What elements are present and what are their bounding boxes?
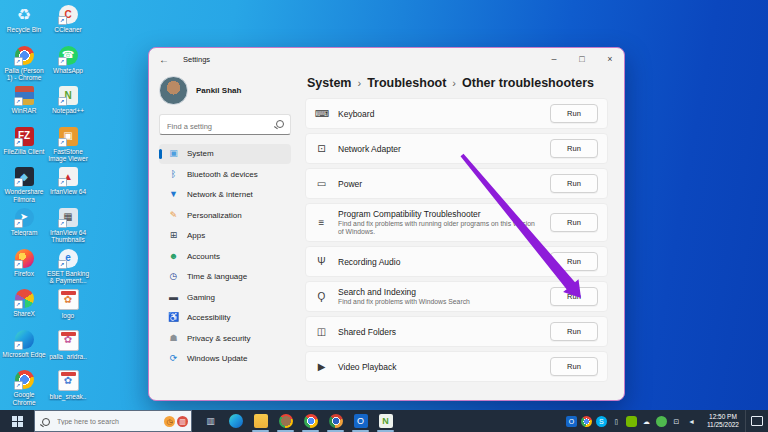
taskbar-outlook-button[interactable]: O [348,410,373,432]
breadcrumb-other-troubleshooters: Other troubleshooters [462,76,594,90]
desktop: ♻ Recycle Bin C CCleaner Palla (Person 1… [0,0,768,432]
privacy-shield-icon: ☗ [168,334,179,343]
desktop-icon-label: CCleaner [46,26,90,34]
desktop-icon-firefox[interactable]: Firefox [2,247,46,288]
sidebar-item-bluetooth[interactable]: ᛒ Bluetooth & devices [159,165,291,185]
user-profile[interactable]: Pankil Shah [159,72,291,108]
chrome-icon [304,414,318,428]
taskbar-chrome-2-button[interactable] [323,410,348,432]
minimize-icon[interactable]: – [540,48,568,70]
action-center-button[interactable] [745,410,768,432]
desktop-icon-edge[interactable]: Microsoft Edge [2,328,46,369]
tray-display-icon[interactable]: ⊡ [671,416,682,427]
maximize-icon[interactable]: □ [568,48,596,70]
row-shared-folders: ◫ Shared Folders Run [305,316,608,347]
breadcrumb-system[interactable]: System [307,76,351,90]
row-title: Network Adapter [338,144,401,154]
desktop-icon-faststone[interactable]: ▣ FastStone Image Viewer [46,125,90,166]
breadcrumb-troubleshoot[interactable]: Troubleshoot [367,76,446,90]
desktop-icon-telegram[interactable]: ➤ Telegram [2,206,46,247]
tray-outlook-icon[interactable]: O [566,416,577,427]
row-text: Network Adapter [338,144,409,154]
taskbar-chrome-button[interactable] [298,410,323,432]
desktop-icon-logo-file[interactable]: ✿ logo [46,287,90,328]
desktop-icon-blue-file[interactable]: ✿ blue_sneak.. [46,368,90,409]
taskbar-edge-button[interactable] [223,410,248,432]
sidebar-item-personalization[interactable]: ✎ Personalization [159,206,291,226]
tray-antivirus-icon[interactable] [656,416,667,427]
desktop-icon-filmora[interactable]: ◆ Wondershare Filmora [2,165,46,206]
sidebar-item-windows-update[interactable]: ⟳ Windows Update [159,349,291,369]
sidebar-item-system[interactable]: ▣ System [159,144,291,164]
row-subtitle: Find and fix problems with Windows Searc… [338,298,470,306]
search-badges: ◷ ▥ [164,416,188,427]
task-view-icon: ▥ [204,414,218,428]
desktop-icon-eset-banking[interactable]: e ESET Banking & Payment... [46,247,90,288]
sidebar-item-label: Privacy & security [187,334,251,343]
desktop-icon-sharex[interactable]: ShareX [2,287,46,328]
app-icon [15,370,34,389]
sidebar-item-accessibility[interactable]: ♿ Accessibility [159,308,291,328]
tray-nvidia-icon[interactable] [626,416,637,427]
row-title: Power [338,179,362,189]
taskbar-chrome-profile-button[interactable] [273,410,298,432]
desktop-icon-chrome[interactable]: Google Chrome [2,368,46,409]
desktop-icon-label: IrfanView 64 Thumbnails [46,229,90,244]
tray-onedrive-cloud-icon[interactable]: ☁ [641,416,652,427]
desktop-icon-irfanview[interactable]: ▲ IrfanView 64 [46,165,90,206]
tray-chrome-icon[interactable] [581,416,592,427]
sidebar-item-network[interactable]: ▼ Network & internet [159,185,291,205]
taskbar-search-input[interactable] [55,417,164,426]
taskbar-notepadpp-button[interactable]: N [373,410,398,432]
sidebar-item-label: Accounts [187,252,220,261]
sidebar-item-apps[interactable]: ⊞ Apps [159,226,291,246]
tray-clipboard-icon[interactable]: ▯ [611,416,622,427]
close-icon[interactable]: × [596,48,624,70]
sidebar-item-accounts[interactable]: ☻ Accounts [159,247,291,267]
personalization-pencil-icon: ✎ [168,211,179,220]
taskbar-search-box: ◷ ▥ [34,410,192,432]
tray-volume-icon[interactable]: ◄ [686,416,697,427]
row-recording-audio: Ψ Recording Audio Run [305,246,608,277]
desktop-icon-label: FastStone Image Viewer [46,148,90,163]
sidebar-item-label: Personalization [187,211,242,220]
desktop-icon-chrome-profile[interactable]: Palla (Person 1) - Chrome [2,44,46,85]
desktop-icon-filezilla[interactable]: FZ FileZilla Client [2,125,46,166]
app-icon: ▣ [59,127,78,146]
find-a-setting-input[interactable] [160,117,290,136]
desktop-icon-winrar[interactable]: WinRAR [2,84,46,125]
sidebar-item-time-language[interactable]: ◷ Time & language [159,267,291,287]
run-keyboard-button[interactable]: Run [550,104,598,123]
sidebar-item-gaming[interactable]: ▬ Gaming [159,288,291,308]
desktop-icon-irfanview-thumbnails[interactable]: ▦ IrfanView 64 Thumbnails [46,206,90,247]
app-icon: ✿ [58,289,79,310]
desktop-icon-whatsapp[interactable]: ☎ WhatsApp [46,44,90,85]
app-icon: e [59,249,78,268]
desktop-icon-ccleaner[interactable]: C CCleaner [46,3,90,44]
desktop-icon-palla-file[interactable]: ✿ palla_aridra.. [46,328,90,369]
start-button[interactable] [0,410,34,432]
back-arrow-icon[interactable]: ← [159,54,175,65]
run-video-playback-button[interactable]: Run [550,357,598,376]
avatar [159,76,188,105]
run-power-button[interactable]: Run [550,174,598,193]
run-recording-audio-button[interactable]: Run [550,252,598,271]
sidebar-item-privacy[interactable]: ☗ Privacy & security [159,329,291,349]
desktop-icon-label: Google Chrome [2,391,46,406]
desktop-icon-label: blue_sneak.. [46,393,90,401]
task-view-button[interactable]: ▥ [198,410,223,432]
app-icon [15,46,34,65]
taskbar-clock[interactable]: 12:50 PM 11/25/2022 [707,413,739,429]
taskbar-file-explorer-button[interactable] [248,410,273,432]
row-search-indexing: Ϙ Search and Indexing Find and fix probl… [305,281,608,312]
chrome-profile-icon [279,414,293,428]
run-program-compatibility-button[interactable]: Run [550,213,598,232]
run-shared-folders-button[interactable]: Run [550,322,598,341]
accessibility-icon: ♿ [168,313,179,322]
run-network-adapter-button[interactable]: Run [550,139,598,158]
desktop-icon-label: Notepad++ [46,107,90,115]
tray-skype-icon[interactable]: S [596,416,607,427]
desktop-icon-recycle-bin[interactable]: ♻ Recycle Bin [2,3,46,44]
run-search-indexing-button[interactable]: Run [550,287,598,306]
desktop-icon-notepadpp[interactable]: N Notepad++ [46,84,90,125]
